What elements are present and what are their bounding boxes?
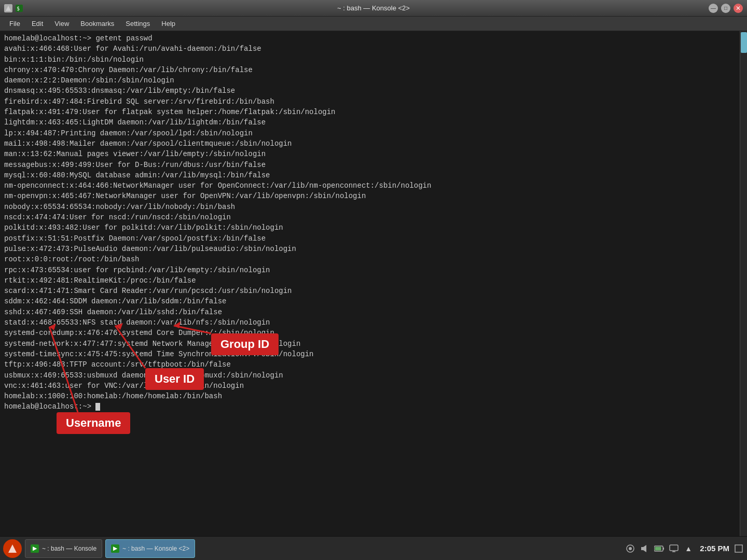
tray-network-icon[interactable] — [625, 543, 635, 554]
tray-display-icon[interactable] — [669, 543, 679, 554]
maximize-button[interactable]: □ — [721, 4, 730, 13]
terminal-text-block: homelab@localhost:~> getent passwd avahi… — [4, 33, 736, 412]
konsole-icon: $ — [16, 5, 23, 12]
taskbar-konsole2-label: ~ : bash — Konsole <2> — [122, 545, 189, 552]
taskbar-konsole1[interactable]: ▶ ~ : bash — Konsole — [25, 539, 102, 558]
tray-volume-icon[interactable] — [640, 543, 650, 554]
start-icon — [7, 543, 18, 554]
svg-marker-0 — [6, 6, 11, 11]
wm-icon — [4, 4, 12, 12]
scrollbar-track[interactable] — [740, 31, 747, 536]
svg-point-11 — [629, 547, 632, 550]
menu-settings[interactable]: Settings — [120, 18, 155, 30]
menu-file[interactable]: File — [4, 18, 25, 30]
window-title: ~ : bash — Konsole <2> — [337, 4, 410, 12]
svg-rect-15 — [655, 547, 661, 550]
konsole1-icon: ▶ — [31, 544, 39, 553]
konsole2-icon: ▶ — [111, 544, 119, 553]
taskbar: ▶ ~ : bash — Konsole ▶ ~ : bash — Konsol… — [0, 536, 747, 560]
terminal-container[interactable]: homelab@localhost:~> getent passwd avahi… — [0, 31, 747, 536]
menu-edit[interactable]: Edit — [26, 18, 48, 30]
tray-battery-icon[interactable] — [654, 543, 665, 554]
taskbar-konsole2[interactable]: ▶ ~ : bash — Konsole <2> — [105, 539, 195, 558]
svg-rect-17 — [670, 545, 678, 551]
start-button[interactable] — [3, 539, 22, 558]
clock: 2:05 PM — [698, 544, 729, 553]
scrollbar-thumb[interactable] — [741, 32, 747, 53]
svg-rect-16 — [663, 548, 664, 550]
title-bar: $ ~ : bash — Konsole <2> — □ ✕ — [0, 0, 747, 17]
terminal-output[interactable]: homelab@localhost:~> getent passwd avahi… — [0, 31, 740, 536]
svg-rect-12 — [641, 547, 643, 550]
menu-bar: File Edit View Bookmarks Settings Help — [0, 17, 747, 31]
tray-fullscreen-icon[interactable] — [734, 543, 744, 554]
svg-text:$: $ — [17, 6, 20, 11]
taskbar-konsole1-label: ~ : bash — Konsole — [42, 545, 96, 552]
menu-help[interactable]: Help — [156, 18, 181, 30]
menu-bookmarks[interactable]: Bookmarks — [75, 18, 119, 30]
title-bar-controls: — □ ✕ — [709, 4, 743, 13]
minimize-button[interactable]: — — [709, 4, 718, 13]
taskbar-right: ▲ 2:05 PM — [625, 543, 744, 554]
tray-arrow-icon[interactable]: ▲ — [683, 543, 694, 554]
close-button[interactable]: ✕ — [734, 4, 743, 13]
title-bar-left: $ — [4, 4, 23, 12]
svg-rect-20 — [735, 545, 742, 552]
svg-marker-13 — [643, 545, 646, 552]
menu-view[interactable]: View — [49, 18, 74, 30]
